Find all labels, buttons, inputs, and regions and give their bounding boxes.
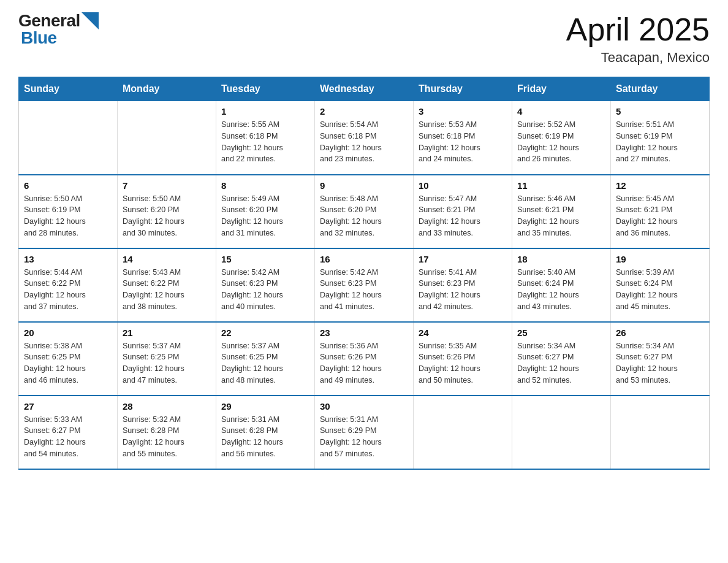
day-number: 29	[221, 401, 309, 412]
day-number: 24	[419, 327, 507, 338]
day-number: 1	[221, 106, 309, 117]
day-cell: 1Sunrise: 5:55 AM Sunset: 6:18 PM Daylig…	[216, 101, 315, 175]
day-info: Sunrise: 5:42 AM Sunset: 6:23 PM Dayligh…	[320, 267, 408, 313]
day-info: Sunrise: 5:45 AM Sunset: 6:21 PM Dayligh…	[616, 193, 704, 239]
day-cell: 23Sunrise: 5:36 AM Sunset: 6:26 PM Dayli…	[315, 322, 414, 396]
day-info: Sunrise: 5:52 AM Sunset: 6:19 PM Dayligh…	[517, 119, 605, 165]
day-cell: 18Sunrise: 5:40 AM Sunset: 6:24 PM Dayli…	[512, 248, 611, 322]
day-cell: 22Sunrise: 5:37 AM Sunset: 6:25 PM Dayli…	[216, 322, 315, 396]
logo-general: General	[18, 12, 80, 29]
day-number: 6	[24, 180, 112, 191]
header-cell-sunday: Sunday	[19, 77, 118, 101]
day-number: 28	[123, 401, 211, 412]
day-cell	[118, 101, 216, 175]
day-info: Sunrise: 5:50 AM Sunset: 6:19 PM Dayligh…	[24, 193, 112, 239]
day-number: 26	[616, 327, 704, 338]
week-row-1: 1Sunrise: 5:55 AM Sunset: 6:18 PM Daylig…	[19, 101, 710, 175]
day-number: 7	[123, 180, 211, 191]
svg-marker-0	[82, 12, 99, 29]
day-info: Sunrise: 5:37 AM Sunset: 6:25 PM Dayligh…	[123, 340, 211, 386]
day-number: 21	[123, 327, 211, 338]
day-number: 30	[320, 401, 408, 412]
day-cell: 17Sunrise: 5:41 AM Sunset: 6:23 PM Dayli…	[414, 248, 512, 322]
day-info: Sunrise: 5:38 AM Sunset: 6:25 PM Dayligh…	[24, 340, 112, 386]
day-cell	[512, 396, 611, 469]
logo: General Blue	[18, 12, 99, 47]
day-info: Sunrise: 5:44 AM Sunset: 6:22 PM Dayligh…	[24, 267, 112, 313]
day-cell: 14Sunrise: 5:43 AM Sunset: 6:22 PM Dayli…	[118, 248, 216, 322]
day-cell: 25Sunrise: 5:34 AM Sunset: 6:27 PM Dayli…	[512, 322, 611, 396]
day-info: Sunrise: 5:51 AM Sunset: 6:19 PM Dayligh…	[616, 119, 704, 165]
logo-triangle-icon	[82, 12, 99, 29]
day-cell: 24Sunrise: 5:35 AM Sunset: 6:26 PM Dayli…	[414, 322, 512, 396]
day-info: Sunrise: 5:31 AM Sunset: 6:29 PM Dayligh…	[320, 414, 408, 460]
day-cell: 21Sunrise: 5:37 AM Sunset: 6:25 PM Dayli…	[118, 322, 216, 396]
day-info: Sunrise: 5:32 AM Sunset: 6:28 PM Dayligh…	[123, 414, 211, 460]
day-info: Sunrise: 5:54 AM Sunset: 6:18 PM Dayligh…	[320, 119, 408, 165]
day-number: 15	[221, 254, 309, 264]
day-number: 4	[517, 106, 605, 117]
day-info: Sunrise: 5:50 AM Sunset: 6:20 PM Dayligh…	[123, 193, 211, 239]
day-number: 27	[24, 401, 112, 412]
day-number: 9	[320, 180, 408, 191]
day-info: Sunrise: 5:41 AM Sunset: 6:23 PM Dayligh…	[419, 267, 507, 313]
day-number: 11	[517, 180, 605, 191]
day-info: Sunrise: 5:33 AM Sunset: 6:27 PM Dayligh…	[24, 414, 112, 460]
day-number: 2	[320, 106, 408, 117]
day-cell	[611, 396, 710, 469]
day-cell: 19Sunrise: 5:39 AM Sunset: 6:24 PM Dayli…	[611, 248, 710, 322]
day-number: 20	[24, 327, 112, 338]
day-info: Sunrise: 5:35 AM Sunset: 6:26 PM Dayligh…	[419, 340, 507, 386]
calendar-subtitle: Teacapan, Mexico	[566, 50, 710, 66]
day-cell: 6Sunrise: 5:50 AM Sunset: 6:19 PM Daylig…	[19, 175, 118, 248]
day-number: 3	[419, 106, 507, 117]
day-cell: 13Sunrise: 5:44 AM Sunset: 6:22 PM Dayli…	[19, 248, 118, 322]
day-cell: 7Sunrise: 5:50 AM Sunset: 6:20 PM Daylig…	[118, 175, 216, 248]
day-number: 18	[517, 254, 605, 264]
logo-blue: Blue	[21, 29, 99, 47]
day-info: Sunrise: 5:40 AM Sunset: 6:24 PM Dayligh…	[517, 267, 605, 313]
day-number: 23	[320, 327, 408, 338]
day-number: 10	[419, 180, 507, 191]
day-info: Sunrise: 5:43 AM Sunset: 6:22 PM Dayligh…	[123, 267, 211, 313]
day-number: 8	[221, 180, 309, 191]
day-cell: 28Sunrise: 5:32 AM Sunset: 6:28 PM Dayli…	[118, 396, 216, 469]
week-row-5: 27Sunrise: 5:33 AM Sunset: 6:27 PM Dayli…	[19, 396, 710, 469]
week-row-2: 6Sunrise: 5:50 AM Sunset: 6:19 PM Daylig…	[19, 175, 710, 248]
header-cell-friday: Friday	[512, 77, 611, 101]
day-cell: 9Sunrise: 5:48 AM Sunset: 6:20 PM Daylig…	[315, 175, 414, 248]
day-info: Sunrise: 5:34 AM Sunset: 6:27 PM Dayligh…	[517, 340, 605, 386]
week-row-4: 20Sunrise: 5:38 AM Sunset: 6:25 PM Dayli…	[19, 322, 710, 396]
header-cell-monday: Monday	[118, 77, 216, 101]
day-info: Sunrise: 5:49 AM Sunset: 6:20 PM Dayligh…	[221, 193, 309, 239]
day-info: Sunrise: 5:53 AM Sunset: 6:18 PM Dayligh…	[419, 119, 507, 165]
day-cell: 16Sunrise: 5:42 AM Sunset: 6:23 PM Dayli…	[315, 248, 414, 322]
day-info: Sunrise: 5:48 AM Sunset: 6:20 PM Dayligh…	[320, 193, 408, 239]
day-number: 25	[517, 327, 605, 338]
day-cell: 11Sunrise: 5:46 AM Sunset: 6:21 PM Dayli…	[512, 175, 611, 248]
day-cell: 30Sunrise: 5:31 AM Sunset: 6:29 PM Dayli…	[315, 396, 414, 469]
day-cell: 2Sunrise: 5:54 AM Sunset: 6:18 PM Daylig…	[315, 101, 414, 175]
header-cell-saturday: Saturday	[611, 77, 710, 101]
day-cell: 3Sunrise: 5:53 AM Sunset: 6:18 PM Daylig…	[414, 101, 512, 175]
day-cell: 26Sunrise: 5:34 AM Sunset: 6:27 PM Dayli…	[611, 322, 710, 396]
day-cell: 29Sunrise: 5:31 AM Sunset: 6:28 PM Dayli…	[216, 396, 315, 469]
calendar-title: April 2025	[566, 12, 710, 47]
day-cell	[414, 396, 512, 469]
day-info: Sunrise: 5:31 AM Sunset: 6:28 PM Dayligh…	[221, 414, 309, 460]
header-cell-wednesday: Wednesday	[315, 77, 414, 101]
title-block: April 2025 Teacapan, Mexico	[566, 12, 710, 66]
day-number: 13	[24, 254, 112, 264]
day-info: Sunrise: 5:46 AM Sunset: 6:21 PM Dayligh…	[517, 193, 605, 239]
day-cell: 10Sunrise: 5:47 AM Sunset: 6:21 PM Dayli…	[414, 175, 512, 248]
page-header: General Blue April 2025 Teacapan, Mexico	[18, 12, 710, 66]
day-info: Sunrise: 5:34 AM Sunset: 6:27 PM Dayligh…	[616, 340, 704, 386]
day-number: 19	[616, 254, 704, 264]
day-info: Sunrise: 5:42 AM Sunset: 6:23 PM Dayligh…	[221, 267, 309, 313]
day-info: Sunrise: 5:55 AM Sunset: 6:18 PM Dayligh…	[221, 119, 309, 165]
day-cell: 20Sunrise: 5:38 AM Sunset: 6:25 PM Dayli…	[19, 322, 118, 396]
day-info: Sunrise: 5:36 AM Sunset: 6:26 PM Dayligh…	[320, 340, 408, 386]
day-cell: 8Sunrise: 5:49 AM Sunset: 6:20 PM Daylig…	[216, 175, 315, 248]
day-cell	[19, 101, 118, 175]
header-row: SundayMondayTuesdayWednesdayThursdayFrid…	[19, 77, 710, 101]
